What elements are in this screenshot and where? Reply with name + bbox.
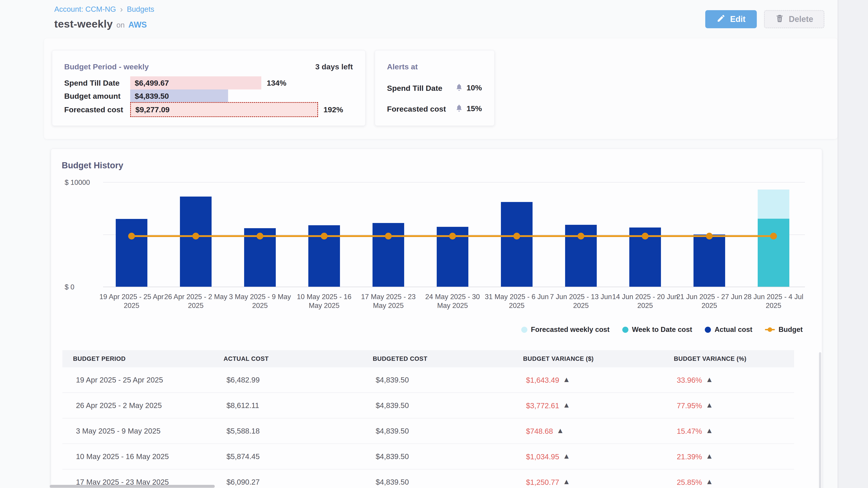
x-axis-category-label: 28 Jun 2025 - 4 Jul 2025 xyxy=(740,292,807,310)
x-axis-category-label: 19 Apr 2025 - 25 Apr 2025 xyxy=(98,292,165,310)
budget-line-point[interactable] xyxy=(642,233,649,239)
cell-actual-cost: $8,612.11 xyxy=(226,401,376,410)
legend-item-actual-cost[interactable]: Actual cost xyxy=(705,326,752,334)
cell-budget-period: 3 May 2025 - 9 May 2025 xyxy=(76,427,226,435)
variance-up-icon: ▲ xyxy=(563,401,570,409)
budget-period-row: Budget amount$4,839.50 xyxy=(52,90,365,103)
legend-item-forecasted-weekly-cost[interactable]: Forecasted weekly cost xyxy=(521,326,610,334)
horizontal-scrollbar[interactable] xyxy=(50,485,215,488)
budget-line-point[interactable] xyxy=(385,233,392,239)
budget-line-point[interactable] xyxy=(128,233,135,239)
title-row: test-weekly on AWS xyxy=(54,18,147,30)
cell-budget-variance-pct: 25.85%▲ xyxy=(677,477,794,487)
budget-line-point[interactable] xyxy=(706,233,713,239)
budget-period-bar: $6,499.67 xyxy=(130,76,261,90)
cell-budgeted-cost: $4,839.50 xyxy=(376,427,526,435)
variance-up-icon: ▲ xyxy=(706,375,713,384)
budget-line-point[interactable] xyxy=(449,233,456,239)
variance-up-icon: ▲ xyxy=(563,477,570,486)
table-column-header: BUDGETED COST xyxy=(373,355,523,362)
cell-budget-variance-usd: $748.68▲ xyxy=(526,426,677,435)
budget-period-row: Spend Till Date$6,499.67134% xyxy=(52,76,365,90)
budget-period-row-label: Forecasted cost xyxy=(64,105,123,114)
x-axis-category-label: 14 Jun 2025 - 20 Jun 2025 xyxy=(611,292,679,310)
trash-icon xyxy=(775,14,784,25)
budget-line-point[interactable] xyxy=(770,233,777,239)
chart-legend: Forecasted weekly costWeek to Date costA… xyxy=(521,326,803,334)
budget-period-value: $9,277.09 xyxy=(135,105,169,114)
budget-history-chart: $ 10000$ 019 Apr 2025 - 25 Apr 202526 Ap… xyxy=(51,149,822,325)
cell-budget-period: 19 Apr 2025 - 25 Apr 2025 xyxy=(76,376,226,384)
cell-actual-cost: $5,588.18 xyxy=(226,427,376,435)
alerts-card: Alerts at Spend Till Date10%Forecasted c… xyxy=(375,50,495,126)
budget-line-point[interactable] xyxy=(256,233,264,239)
table-column-header: BUDGET PERIOD xyxy=(73,355,223,362)
cell-budgeted-cost: $4,839.50 xyxy=(376,401,526,410)
cell-budget-variance-pct: 15.47%▲ xyxy=(677,426,794,435)
legend-label: Forecasted weekly cost xyxy=(531,326,610,334)
cell-budgeted-cost: $4,839.50 xyxy=(376,478,526,486)
alert-threshold-value: 15% xyxy=(467,104,482,113)
legend-item-week-to-date-cost[interactable]: Week to Date cost xyxy=(622,326,692,334)
budget-period-row-label: Spend Till Date xyxy=(64,78,120,88)
alert-threshold-group: 15% xyxy=(455,104,482,113)
x-axis-category-label: 31 May 2025 - 6 Jun 2025 xyxy=(483,292,551,310)
budget-history-table: BUDGET PERIODACTUAL COSTBUDGETED COSTBUD… xyxy=(62,350,794,488)
cell-budget-variance-usd: $1,034.95▲ xyxy=(526,452,677,461)
variance-up-icon: ▲ xyxy=(563,452,570,460)
legend-marker xyxy=(705,327,711,333)
actual-cost-bar[interactable] xyxy=(180,197,212,287)
budget-line-point[interactable] xyxy=(321,233,328,239)
cell-budget-variance-usd: $1,250.77▲ xyxy=(526,477,677,487)
budget-line-point[interactable] xyxy=(513,233,520,239)
legend-label: Week to Date cost xyxy=(632,326,692,334)
legend-label: Actual cost xyxy=(715,326,752,334)
edit-button-label: Edit xyxy=(730,14,745,24)
budget-period-card: Budget Period - weekly 3 days left Spend… xyxy=(52,50,366,126)
actual-cost-bar[interactable] xyxy=(116,219,147,287)
alert-threshold-value: 10% xyxy=(467,84,482,92)
cell-budget-variance-usd: $3,772.61▲ xyxy=(526,401,677,410)
cell-budget-variance-pct: 33.96%▲ xyxy=(677,375,794,385)
edit-button[interactable]: Edit xyxy=(705,10,757,28)
table-row: 19 Apr 2025 - 25 Apr 2025$6,482.99$4,839… xyxy=(62,367,794,393)
bell-icon xyxy=(455,83,463,92)
cell-budget-variance-usd: $1,643.49▲ xyxy=(526,375,677,385)
budget-period-row: Forecasted cost$9,277.09192% xyxy=(52,103,365,116)
alert-threshold-group: 10% xyxy=(455,83,482,92)
x-axis-category-label: 3 May 2025 - 9 May 2025 xyxy=(226,292,294,310)
table-row: 26 Apr 2025 - 2 May 2025$8,612.11$4,839.… xyxy=(62,393,794,418)
cell-actual-cost: $6,090.27 xyxy=(226,478,376,486)
budget-period-value: $4,839.50 xyxy=(135,92,169,101)
breadcrumb-budgets-link[interactable]: Budgets xyxy=(127,5,154,13)
variance-up-icon: ▲ xyxy=(706,401,713,409)
actual-cost-bar[interactable] xyxy=(501,202,532,287)
budget-detail-page: Account: CCM-NG › Budgets test-weekly on… xyxy=(0,0,868,488)
gridline-10000 xyxy=(103,182,805,183)
forecasted-weekly-bar[interactable] xyxy=(758,190,789,219)
cloud-provider-label: AWS xyxy=(128,20,147,30)
legend-item-budget[interactable]: Budget xyxy=(765,326,803,334)
cell-budget-period: 10 May 2025 - 16 May 2025 xyxy=(76,452,226,461)
actual-cost-bar[interactable] xyxy=(693,234,725,287)
budget-period-row-label: Budget amount xyxy=(64,92,121,101)
variance-up-icon: ▲ xyxy=(706,477,713,486)
variance-up-icon: ▲ xyxy=(557,426,564,435)
alerts-title: Alerts at xyxy=(387,62,418,71)
x-axis-category-label: 26 Apr 2025 - 2 May 2025 xyxy=(162,292,230,310)
x-axis-category-label: 21 Jun 2025 - 27 Jun 2025 xyxy=(675,292,743,310)
x-axis-category-label: 17 May 2025 - 23 May 2025 xyxy=(354,292,422,310)
variance-up-icon: ▲ xyxy=(563,375,570,384)
y-axis-tick-label: $ 10000 xyxy=(65,178,103,187)
week-to-date-bar[interactable] xyxy=(758,219,789,287)
alert-row-label: Forecasted cost xyxy=(387,105,446,113)
delete-button[interactable]: Delete xyxy=(764,10,825,28)
table-vertical-scrollbar[interactable] xyxy=(819,352,821,488)
breadcrumb-account-link[interactable]: Account: CCM-NG xyxy=(54,5,116,13)
budget-line-point[interactable] xyxy=(578,233,584,239)
budget-line-point[interactable] xyxy=(192,233,199,239)
breadcrumb-chevron-icon: › xyxy=(120,6,123,13)
pencil-icon xyxy=(717,14,725,25)
legend-marker xyxy=(521,327,527,333)
budget-period-value: $6,499.67 xyxy=(135,78,169,88)
